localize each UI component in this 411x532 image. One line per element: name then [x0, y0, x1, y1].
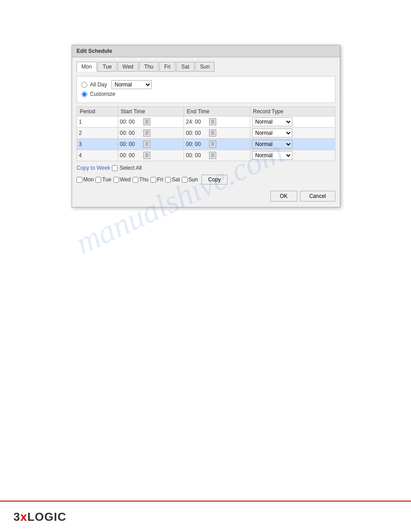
copy-to-week-row: Copy to Week Select All [77, 165, 335, 171]
end-time-4-picker[interactable]: ☰ [209, 152, 216, 159]
table-row: 1 00: 00 ☰ 24: 00 ☰ [77, 116, 335, 128]
label-thu: Thu [139, 176, 149, 183]
end-time-3-picker[interactable]: ☰ [209, 141, 216, 148]
logo-suffix: LOGIC [27, 510, 66, 523]
dialog-buttons: OK Cancel [77, 189, 335, 202]
col-start-time: Start Time [118, 107, 184, 116]
start-time-4-picker[interactable]: ☰ [143, 152, 150, 159]
check-fri: Fri [150, 176, 163, 183]
record-type-3-select[interactable]: Normal Motion Alarm [252, 140, 292, 149]
end-time-4: 00: 00 ☰ [184, 150, 250, 161]
start-time-3: 00: 00 ☰ [118, 139, 184, 150]
end-time-2-picker[interactable]: ☰ [209, 129, 216, 137]
check-wed: Wed [113, 176, 131, 183]
record-type-2-cell: Normal Motion Alarm [250, 128, 335, 139]
dialog-title: Edit Schedule [72, 45, 340, 57]
all-day-select[interactable]: Normal Motion Alarm [111, 80, 152, 89]
tab-sun[interactable]: Sun [195, 62, 214, 72]
table-row: 4 00: 00 ☰ 00: 00 ☰ [77, 150, 335, 161]
tab-fri[interactable]: Fri [159, 62, 176, 72]
table-row: 3 00: 00 ☰ 00: 00 ☰ [77, 139, 335, 150]
col-record-type: Record Type [250, 107, 335, 116]
label-sun: Sun [188, 176, 198, 183]
label-wed: Wed [120, 176, 131, 183]
checkbox-sun[interactable] [182, 177, 188, 183]
customize-label: Customize [90, 91, 116, 97]
checkbox-wed[interactable] [113, 177, 119, 183]
all-day-radio[interactable] [81, 82, 87, 88]
tab-tue[interactable]: Tue [98, 62, 116, 72]
cancel-button[interactable]: Cancel [300, 191, 335, 202]
end-time-1: 24: 00 ☰ [184, 116, 250, 128]
check-tue: Tue [95, 176, 111, 183]
tab-mon[interactable]: Mon [77, 62, 97, 72]
table-row: 2 00: 00 ☰ 00: 00 ☰ [77, 128, 335, 139]
label-sat: Sat [172, 176, 180, 183]
end-time-1-picker[interactable]: ☰ [209, 118, 216, 125]
tab-thu[interactable]: Thu [139, 62, 158, 72]
check-mon: Mon [77, 176, 94, 183]
logo-x: x [20, 510, 27, 523]
checkbox-thu[interactable] [133, 177, 138, 183]
start-time-2-picker[interactable]: ☰ [143, 129, 150, 137]
record-type-4-cell: Normal Motion Alarm [250, 150, 335, 161]
period-1: 1 [77, 116, 118, 128]
select-all-label: Select All [120, 165, 141, 171]
col-end-time: End Time [184, 107, 250, 116]
day-tabs: Mon Tue Wed Thu Fri Sat Sun [77, 62, 335, 72]
tab-wed[interactable]: Wed [118, 62, 138, 72]
end-time-3: 00: 00 ☰ [184, 139, 250, 150]
check-sat: Sat [165, 176, 180, 183]
record-type-4-select[interactable]: Normal Motion Alarm [252, 151, 292, 160]
footer: 3xLOGIC [0, 501, 411, 532]
day-checkboxes-row: Mon Tue Wed Thu Fri Sat [77, 175, 335, 184]
period-3: 3 [77, 139, 118, 150]
checkbox-tue[interactable] [95, 177, 101, 183]
copy-button[interactable]: Copy [201, 175, 227, 184]
start-time-2: 00: 00 ☰ [118, 128, 184, 139]
all-day-row: All Day Normal Motion Alarm [81, 80, 330, 89]
label-mon: Mon [83, 176, 94, 183]
tab-sat[interactable]: Sat [176, 62, 194, 72]
dialog-content: Mon Tue Wed Thu Fri Sat Sun All Day Norm… [72, 57, 340, 207]
copy-to-week-link[interactable]: Copy to Week [77, 165, 110, 171]
start-time-4: 00: 00 ☰ [118, 150, 184, 161]
footer-logo: 3xLOGIC [13, 510, 66, 524]
checkbox-sat[interactable] [165, 177, 171, 183]
label-tue: Tue [102, 176, 111, 183]
all-day-label: All Day [90, 82, 107, 88]
col-period: Period [77, 107, 118, 116]
start-time-3-picker[interactable]: ☰ [143, 141, 150, 148]
record-type-1-select[interactable]: Normal Motion Alarm [252, 117, 292, 126]
copy-to-week-checkbox[interactable] [112, 165, 118, 171]
checkbox-mon[interactable] [77, 177, 82, 183]
ok-button[interactable]: OK [270, 191, 297, 202]
check-sun: Sun [182, 176, 198, 183]
checkbox-fri[interactable] [150, 177, 156, 183]
label-fri: Fri [157, 176, 163, 183]
customize-radio[interactable] [81, 91, 87, 97]
end-time-2: 00: 00 ☰ [184, 128, 250, 139]
edit-schedule-dialog: Edit Schedule Mon Tue Wed Thu Fri Sat Su… [72, 45, 340, 207]
customize-row: Customize [81, 91, 330, 97]
check-thu: Thu [133, 176, 149, 183]
period-2: 2 [77, 128, 118, 139]
record-type-1-cell: Normal Motion Alarm [250, 116, 335, 128]
logo-prefix: 3 [13, 510, 20, 523]
options-panel: All Day Normal Motion Alarm Customize [77, 76, 335, 103]
start-time-1: 00: 00 ☰ [118, 116, 184, 128]
record-type-2-select[interactable]: Normal Motion Alarm [252, 129, 292, 137]
start-time-1-picker[interactable]: ☰ [143, 118, 150, 125]
record-type-3-cell: Normal Motion Alarm [250, 139, 335, 150]
period-4: 4 [77, 150, 118, 161]
schedule-table: Period Start Time End Time Record Type 1… [77, 107, 335, 161]
